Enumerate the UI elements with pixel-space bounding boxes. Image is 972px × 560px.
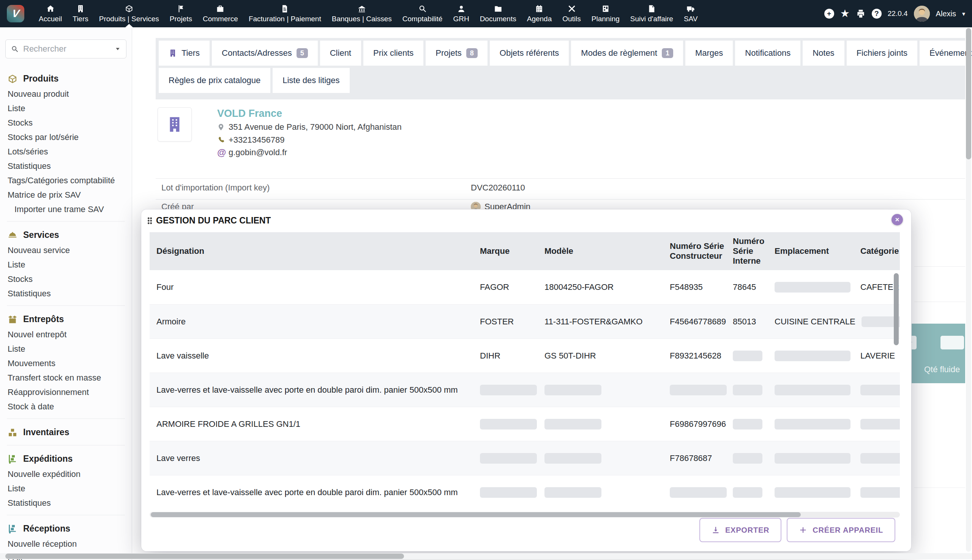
sidebar-row[interactable]: Stock à date: [0, 400, 132, 414]
tab[interactable]: Contacts/Adresses 5: [212, 41, 318, 66]
nav-item[interactable]: Banques | Caisses: [327, 0, 397, 27]
tab[interactable]: Modes de règlement 1: [571, 41, 683, 66]
client-phone[interactable]: +33213456789: [229, 135, 284, 145]
tab[interactable]: Projets 8: [426, 41, 488, 66]
modal-action-button[interactable]: CRÉER APPAREIL: [787, 518, 895, 542]
user-name[interactable]: Alexis: [936, 10, 956, 18]
sidebar-row[interactable]: Réceptions: [0, 520, 132, 537]
nav-item[interactable]: Suivi d'affaire: [625, 0, 678, 27]
user-menu-chevron-down-icon[interactable]: ▾: [962, 10, 965, 17]
nav-item[interactable]: Comptabilité: [397, 0, 448, 27]
client-name[interactable]: VOLD France: [217, 108, 282, 120]
nav-item[interactable]: Agenda: [522, 0, 558, 27]
sidebar-row[interactable]: [7, 515, 125, 515]
sidebar-row[interactable]: Liste: [0, 101, 132, 116]
nav-item[interactable]: Accueil: [33, 0, 67, 27]
nav-item[interactable]: SAV: [678, 0, 703, 27]
sidebar-row[interactable]: Produits: [0, 70, 132, 87]
sidebar-row[interactable]: [7, 305, 125, 306]
sidebar-row[interactable]: Stocks: [0, 116, 132, 130]
page-vertical-scrollbar-thumb[interactable]: [966, 28, 971, 159]
sidebar-row[interactable]: Mouvements: [0, 356, 132, 371]
nav-item[interactable]: Tiers: [67, 0, 94, 27]
nav-item[interactable]: Documents: [474, 0, 522, 27]
nav-item[interactable]: Commerce: [197, 0, 243, 27]
column-header[interactable]: Numéro Série Interne: [733, 232, 775, 270]
column-header[interactable]: Numéro Série Constructeur: [670, 232, 733, 270]
sidebar-row[interactable]: Liste: [0, 258, 132, 272]
sidebar-search[interactable]: [5, 40, 127, 58]
user-avatar[interactable]: [914, 6, 930, 22]
sidebar-row[interactable]: Matrice de prix SAV: [0, 188, 132, 202]
drag-handle-icon[interactable]: [147, 217, 152, 225]
page-horizontal-scrollbar-thumb[interactable]: [5, 553, 404, 559]
page-horizontal-scrollbar[interactable]: [0, 553, 972, 559]
sidebar-row[interactable]: Nouvel entrepôt: [0, 327, 132, 342]
close-icon[interactable]: ×: [892, 214, 903, 225]
sidebar-row[interactable]: Nouveau service: [0, 243, 132, 258]
sidebar-row[interactable]: Nouveau produit: [0, 87, 132, 101]
sidebar-row[interactable]: Tags/Catégories comptabilité: [0, 173, 132, 188]
tab[interactable]: Fichiers joints: [847, 41, 917, 66]
table-row[interactable]: Lave verres: [150, 441, 900, 475]
table-vertical-scrollbar[interactable]: [894, 273, 899, 345]
nav-item[interactable]: Produits | Services: [94, 0, 164, 27]
modal-action-button[interactable]: EXPORTER: [700, 518, 782, 542]
modal-horizontal-scrollbar[interactable]: [150, 512, 900, 518]
nav-item[interactable]: Projets: [164, 0, 197, 27]
sidebar-row[interactable]: Statistiques: [0, 496, 132, 510]
sidebar-row[interactable]: Lots/séries: [0, 145, 132, 159]
sidebar-row[interactable]: Importer une trame SAV: [0, 202, 132, 217]
modal-horizontal-scrollbar-thumb[interactable]: [151, 512, 801, 517]
help-icon[interactable]: ?: [872, 9, 882, 18]
nav-item[interactable]: GRH: [448, 0, 474, 27]
sidebar-row[interactable]: [7, 221, 125, 222]
tab[interactable]: Notes: [803, 41, 844, 66]
sidebar-row[interactable]: Nouvelle réception: [0, 537, 132, 551]
column-header[interactable]: Emplacement: [775, 232, 860, 270]
nav-item[interactable]: Planning: [586, 0, 625, 27]
table-row[interactable]: Lave-verres et lave-vaisselle avec porte…: [150, 475, 900, 509]
sidebar-row[interactable]: Statistiques: [0, 287, 132, 301]
add-icon[interactable]: +: [824, 9, 834, 18]
sidebar-row[interactable]: Services: [0, 226, 132, 243]
table-row[interactable]: Lave-verres et lave-vaisselle avec porte…: [150, 373, 900, 407]
page-vertical-scrollbar[interactable]: [966, 28, 971, 552]
sidebar-row[interactable]: Transfert stock en masse: [0, 371, 132, 385]
sidebar-row[interactable]: [7, 418, 125, 419]
app-logo[interactable]: V: [7, 5, 24, 22]
nav-item[interactable]: Outils: [557, 0, 586, 27]
column-header[interactable]: Modèle: [544, 232, 670, 270]
tab[interactable]: Événements/Agenda 2625: [920, 41, 972, 66]
sidebar-row[interactable]: Expéditions: [0, 450, 132, 467]
tab[interactable]: Client: [320, 41, 361, 66]
column-header[interactable]: Désignation: [150, 232, 480, 270]
qty-input[interactable]: [940, 336, 964, 350]
sidebar-row[interactable]: Stocks par lot/série: [0, 130, 132, 145]
favorites-star-icon[interactable]: ★: [840, 8, 850, 19]
sidebar-row[interactable]: Entrepôts: [0, 310, 132, 327]
sidebar-row[interactable]: [7, 445, 125, 445]
tab[interactable]: Objets référents: [490, 41, 569, 66]
search-input[interactable]: [22, 43, 111, 54]
tab[interactable]: Marges: [685, 41, 733, 66]
table-row[interactable]: Armoire FOSTER 11-311-FOSTER&GAMKO: [150, 304, 900, 338]
print-icon[interactable]: [856, 9, 866, 18]
table-row[interactable]: Four FAGOR 18004250-FAGOR: [150, 270, 900, 304]
client-email[interactable]: g.gobin@vold.fr: [229, 148, 287, 157]
tab[interactable]: Liste des litiges: [272, 68, 349, 93]
sidebar-row[interactable]: Liste: [0, 342, 132, 356]
sidebar-row[interactable]: Inventaires: [0, 423, 132, 440]
sidebar-row[interactable]: Statistiques: [0, 159, 132, 173]
tab[interactable]: Tiers: [159, 41, 210, 66]
column-header[interactable]: Marque: [480, 232, 544, 270]
sidebar-row[interactable]: Stocks: [0, 272, 132, 287]
table-row[interactable]: Lave vaisselle DIHR GS 50T-DIHR: [150, 338, 900, 373]
sidebar-row[interactable]: Nouvelle expédition: [0, 467, 132, 482]
sidebar-row[interactable]: Réapprovisionnement: [0, 385, 132, 400]
tab[interactable]: Notifications: [735, 41, 800, 66]
tab[interactable]: Prix clients: [363, 41, 423, 66]
sidebar-row[interactable]: Liste: [0, 482, 132, 496]
tab[interactable]: Règles de prix catalogue: [159, 68, 271, 93]
nav-item[interactable]: Facturation | Paiement: [243, 0, 327, 27]
